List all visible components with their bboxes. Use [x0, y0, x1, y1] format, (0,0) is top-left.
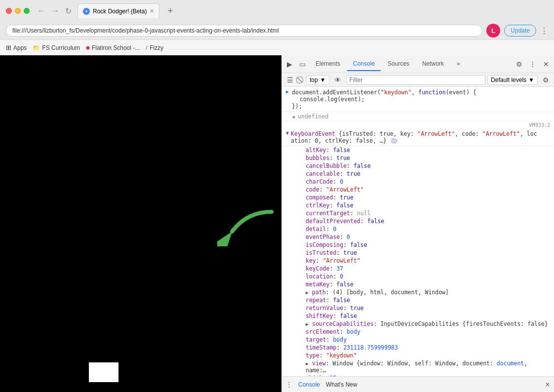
filter-input[interactable] [346, 75, 485, 85]
prop-bubbles: bubbles: true [282, 154, 554, 162]
prop-metaKey: metaKey: false [282, 280, 554, 288]
flatiron-icon: ■ [86, 44, 90, 51]
game-area [0, 55, 281, 392]
prop-keyCode: keyCode: 37 [282, 265, 554, 273]
inspect-element-button[interactable]: ▶ [284, 58, 295, 70]
tab-network[interactable]: Network [416, 57, 450, 71]
prop-isComposing: isComposing: false [282, 241, 554, 249]
prop-isTrusted: isTrusted: true [282, 249, 554, 257]
devtools-close-button[interactable]: ✕ [540, 58, 552, 70]
tab-elements[interactable]: Elements [310, 57, 346, 71]
tab-close-button[interactable]: ✕ [150, 8, 154, 14]
default-levels-dropdown[interactable]: Default levels ▼ [487, 75, 538, 85]
expand-triangle-icon: ▼ [286, 130, 289, 136]
footer-tab-whats-new[interactable]: What's New [326, 381, 357, 388]
maximize-traffic-light[interactable] [24, 8, 30, 14]
tab-console[interactable]: Console [347, 57, 381, 71]
browser-tab[interactable]: ● Rock Dodger! (Beta) ✕ [78, 3, 159, 18]
main-area: ▶ ▭ Elements Console Sources Network » ⚙… [0, 55, 554, 392]
bookmarks-bar: ⊞ Apps 📁 FS Curriculum ■ Flatiron School… [0, 39, 554, 55]
prop-target: target: body [282, 336, 554, 344]
device-toggle-button[interactable]: ▭ [296, 58, 309, 70]
left-arrow-icon: ◀ [292, 114, 295, 119]
prop-charCode: charCode: 0 [282, 178, 554, 186]
bookmark-fizzy[interactable]: / Fizzy [146, 44, 163, 51]
prop-cancelable: cancelable: true [282, 170, 554, 178]
prop-detail: detail: 0 [282, 225, 554, 233]
eye-button[interactable]: 👁 [331, 74, 344, 86]
tab-title: Rock Dodger! (Beta) [93, 8, 147, 15]
vm-ref-line: VM933:2 [282, 121, 554, 129]
context-selector[interactable]: top ▼ [306, 75, 329, 85]
tab-more[interactable]: » [451, 57, 466, 71]
reload-button[interactable]: ↻ [63, 5, 74, 17]
browser-menu-button[interactable]: ⋮ [540, 26, 548, 36]
update-button[interactable]: Update [504, 25, 536, 37]
new-tab-button[interactable]: + [163, 6, 177, 16]
tab-sources[interactable]: Sources [382, 57, 415, 71]
vm-ref: VM933:2 [529, 122, 550, 128]
minimize-traffic-light[interactable] [15, 8, 21, 14]
prop-shiftKey: shiftKey: false [282, 312, 554, 320]
forward-button[interactable]: → [49, 5, 61, 17]
devtools-footer: ⋮ Console What's New ✕ [282, 376, 554, 392]
address-bar-row: file:///Users/lizburton_fs/Development/c… [0, 22, 554, 39]
keyboard-event-properties: altKey: false bubbles: true cancelBubble… [282, 146, 554, 376]
keyboard-event-content: KeyboardEvent {isTrusted: true, key: "Ar… [291, 130, 537, 145]
prop-eventPhase: eventPhase: 0 [282, 233, 554, 241]
prop-location: location: 0 [282, 273, 554, 280]
keyboard-event-header[interactable]: ▼ KeyboardEvent {isTrusted: true, key: "… [282, 129, 554, 146]
prop-defaultPrevented: defaultPrevented: false [282, 217, 554, 225]
prop-key: key: "ArrowLeft" [282, 257, 554, 265]
folder-icon: 📁 [33, 44, 40, 51]
undefined-output: ◀ undefined [282, 112, 554, 121]
devtools-panel: ▶ ▭ Elements Console Sources Network » ⚙… [281, 55, 554, 392]
code-content: document.addEventListener("keydown", fun… [292, 89, 476, 110]
prop-path[interactable]: ▶ path: (4) [body, html, document, Windo… [282, 288, 554, 296]
green-arrow-icon [217, 207, 277, 246]
browser-chrome: ← → ↻ ● Rock Dodger! (Beta) ✕ + file:///… [0, 0, 554, 55]
console-clear-button[interactable]: ⃠ [298, 74, 304, 86]
prop-ctrlKey: ctrlKey: false [282, 201, 554, 209]
devtools-toolbar: ▶ ▭ Elements Console Sources Network » ⚙… [282, 55, 554, 73]
title-bar: ← → ↻ ● Rock Dodger! (Beta) ✕ + [0, 0, 554, 22]
flatiron-label: Flatiron School -... [92, 44, 140, 51]
prop-code: code: "ArrowLeft" [282, 186, 554, 194]
url-text: file:///Users/lizburton_fs/Development/c… [12, 27, 279, 34]
prop-repeat: repeat: false [282, 296, 554, 304]
code-entry[interactable]: ▶ document.addEventListener("keydown", f… [282, 87, 554, 112]
expand-icon: ▶ [286, 89, 289, 94]
address-bar[interactable]: file:///Users/lizburton_fs/Development/c… [6, 25, 482, 37]
footer-menu-icon[interactable]: ⋮ [286, 381, 292, 388]
prop-composed: composed: true [282, 194, 554, 201]
bookmark-flatiron[interactable]: ■ Flatiron School -... [86, 44, 140, 51]
bookmark-fs-curriculum[interactable]: 📁 FS Curriculum [33, 44, 80, 51]
bookmark-apps[interactable]: ⊞ Apps [6, 44, 27, 51]
prop-view[interactable]: ▶ view: Window {window: Window, self: Wi… [282, 359, 554, 374]
context-label: top [310, 77, 318, 83]
tab-favicon: ● [83, 8, 90, 15]
close-traffic-light[interactable] [6, 8, 12, 14]
prop-cancelBubble: cancelBubble: false [282, 162, 554, 170]
player-sprite [89, 362, 119, 382]
fizzy-label: Fizzy [150, 44, 163, 51]
footer-tab-console[interactable]: Console [298, 381, 320, 388]
back-button[interactable]: ← [36, 5, 47, 17]
prop-sourceCapabilities[interactable]: ▶ sourceCapabilities: InputDeviceCapabil… [282, 320, 554, 328]
prop-currentTarget: currentTarget: null [282, 209, 554, 217]
undefined-text: undefined [298, 113, 328, 120]
console-settings-button[interactable]: ⚙ [540, 74, 552, 86]
devtools-more-button[interactable]: ⋮ [526, 58, 539, 70]
chevron-down-icon-levels: ▼ [528, 77, 534, 83]
profile-button[interactable]: L [486, 24, 500, 38]
prop-type: type: "keydown" [282, 352, 554, 359]
devtools-settings-button[interactable]: ⚙ [513, 58, 525, 70]
apps-label: Apps [13, 44, 27, 51]
nav-buttons: ← → ↻ [36, 5, 74, 17]
prop-srcElement: srcElement: body [282, 328, 554, 336]
devtools-footer-close-button[interactable]: ✕ [545, 381, 550, 388]
console-sidebar-button[interactable]: ☰ [284, 74, 296, 86]
default-levels-label: Default levels [491, 77, 526, 83]
devtools-output[interactable]: ▶ document.addEventListener("keydown", f… [282, 87, 554, 376]
apps-grid-icon: ⊞ [6, 44, 11, 51]
